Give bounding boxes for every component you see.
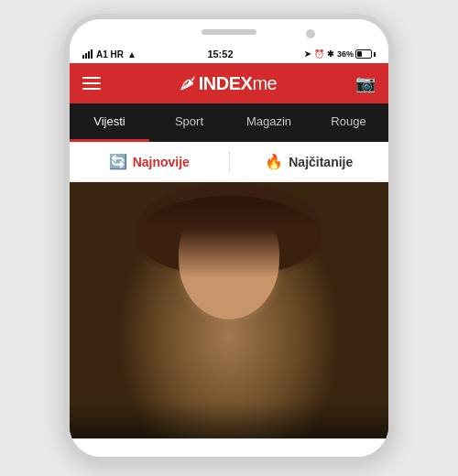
tab-vijesti[interactable]: Vijesti bbox=[70, 103, 149, 142]
battery-fill bbox=[357, 51, 362, 57]
camera-button[interactable]: 📷 bbox=[355, 73, 376, 93]
logo-text: INDEXme bbox=[199, 73, 277, 94]
battery-indicator: 36% bbox=[337, 49, 376, 59]
tab-rouge[interactable]: Rouge bbox=[309, 103, 388, 142]
status-left: A1 HR ▲ bbox=[82, 49, 136, 60]
refresh-icon: 🔄 bbox=[109, 153, 127, 170]
status-time: 15:52 bbox=[207, 49, 233, 60]
bluetooth-icon: ✱ bbox=[327, 49, 334, 59]
phone-camera bbox=[306, 29, 315, 38]
phone-frame: A1 HR ▲ 15:52 ➤ ⏰ ✱ 36% 🌶 IND bbox=[64, 14, 394, 462]
location-icon: ➤ bbox=[304, 49, 311, 59]
logo-me-part: me bbox=[252, 73, 277, 93]
subtab-najnovije-label: Najnovije bbox=[133, 155, 190, 169]
phone-bottom-bar bbox=[70, 438, 388, 457]
logo: 🌶 INDEXme bbox=[180, 73, 277, 94]
battery-percent: 36% bbox=[337, 49, 354, 59]
nav-bar: 🌶 INDEXme 📷 bbox=[70, 63, 388, 103]
status-right: ➤ ⏰ ✱ 36% bbox=[304, 49, 376, 59]
category-tabs: Vijesti Sport Magazin Rouge bbox=[70, 103, 388, 142]
fire-icon: 🔥 bbox=[265, 153, 283, 170]
carrier-label: A1 HR bbox=[96, 49, 124, 60]
signal-bar-3 bbox=[88, 51, 90, 59]
battery-tip bbox=[374, 52, 376, 57]
signal-bar-4 bbox=[91, 49, 93, 59]
wifi-icon: ▲ bbox=[127, 49, 136, 60]
portrait-shadow bbox=[70, 402, 388, 438]
signal-bar-2 bbox=[85, 53, 87, 59]
phone-top-decoration bbox=[70, 19, 388, 45]
subtab-najcitanije-label: Najčitanije bbox=[289, 155, 353, 169]
tab-sport[interactable]: Sport bbox=[149, 103, 229, 142]
signal-bar-1 bbox=[82, 55, 84, 59]
sub-tabs: 🔄 Najnovije 🔥 Najčitanije bbox=[70, 142, 388, 182]
signal-bars bbox=[82, 49, 93, 59]
subtab-najnovije[interactable]: 🔄 Najnovije bbox=[70, 142, 229, 181]
tab-magazin[interactable]: Magazin bbox=[229, 103, 309, 142]
hamburger-menu[interactable] bbox=[82, 77, 101, 90]
logo-index-part: INDEX bbox=[199, 73, 253, 93]
portrait-hair-front bbox=[137, 196, 321, 278]
content-image-area bbox=[70, 182, 388, 438]
alarm-icon: ⏰ bbox=[314, 49, 324, 59]
logo-chili-icon: 🌶 bbox=[180, 74, 196, 93]
subtab-najcitanije[interactable]: 🔥 Najčitanije bbox=[230, 142, 389, 181]
phone-speaker bbox=[202, 29, 256, 35]
battery-body bbox=[355, 49, 372, 59]
status-bar: A1 HR ▲ 15:52 ➤ ⏰ ✱ 36% bbox=[70, 45, 388, 63]
